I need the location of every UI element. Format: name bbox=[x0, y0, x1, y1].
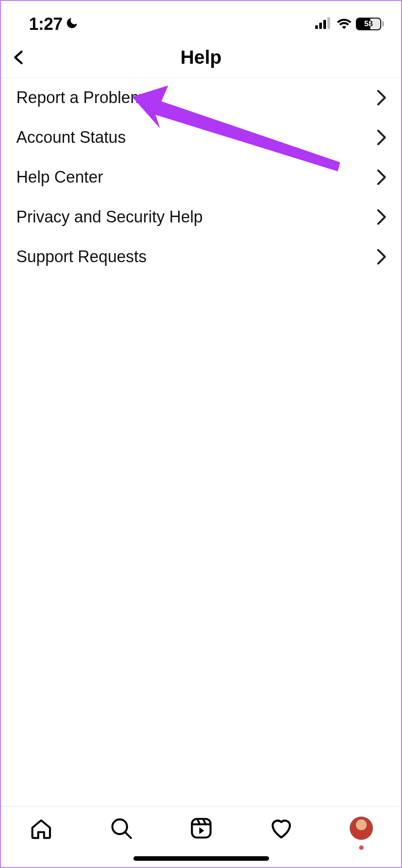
tab-profile[interactable] bbox=[343, 815, 379, 842]
do-not-disturb-icon bbox=[65, 14, 79, 34]
menu-item-privacy-security-help[interactable]: Privacy and Security Help bbox=[16, 197, 386, 237]
svg-line-6 bbox=[125, 833, 131, 838]
tab-reels[interactable] bbox=[183, 815, 219, 842]
menu-item-label: Report a Problem bbox=[16, 88, 144, 107]
cellular-signal-icon bbox=[315, 17, 332, 31]
profile-avatar bbox=[350, 816, 373, 840]
menu-item-report-a-problem[interactable]: Report a Problem bbox=[16, 78, 386, 118]
chevron-right-icon bbox=[377, 249, 386, 264]
menu-item-label: Support Requests bbox=[16, 247, 147, 266]
svg-rect-3 bbox=[327, 17, 330, 29]
battery-percent: 58 bbox=[357, 19, 380, 29]
status-time-block: 1:27 bbox=[29, 14, 79, 34]
notification-dot-icon bbox=[359, 845, 364, 850]
svg-rect-7 bbox=[192, 819, 210, 837]
menu-item-help-center[interactable]: Help Center bbox=[16, 157, 386, 197]
menu-item-label: Account Status bbox=[16, 128, 126, 147]
search-icon bbox=[109, 816, 133, 840]
tab-home[interactable] bbox=[23, 815, 59, 842]
wifi-icon bbox=[336, 17, 352, 31]
chevron-right-icon bbox=[377, 130, 386, 145]
chevron-right-icon bbox=[377, 170, 386, 185]
chevron-right-icon bbox=[377, 90, 386, 105]
page-title: Help bbox=[180, 47, 222, 68]
svg-rect-0 bbox=[315, 25, 318, 29]
svg-rect-1 bbox=[319, 23, 322, 29]
status-icons: 58 bbox=[315, 17, 384, 31]
tab-activity[interactable] bbox=[263, 815, 299, 842]
menu-item-label: Privacy and Security Help bbox=[16, 208, 203, 226]
heart-icon bbox=[269, 816, 293, 840]
back-button[interactable] bbox=[5, 44, 33, 71]
bottom-tab-bar bbox=[1, 806, 401, 867]
reels-icon bbox=[189, 816, 213, 840]
menu-item-label: Help Center bbox=[16, 168, 103, 187]
page-header: Help bbox=[1, 37, 401, 78]
tab-search[interactable] bbox=[103, 815, 139, 842]
menu-item-account-status[interactable]: Account Status bbox=[16, 118, 386, 157]
home-icon bbox=[29, 816, 53, 840]
svg-point-5 bbox=[112, 820, 127, 835]
chevron-right-icon bbox=[377, 209, 386, 225]
svg-rect-2 bbox=[323, 20, 326, 29]
chevron-left-icon bbox=[11, 47, 27, 68]
menu-item-support-requests[interactable]: Support Requests bbox=[16, 237, 386, 277]
status-bar: 1:27 58 bbox=[1, 1, 401, 37]
battery-icon: 58 bbox=[356, 18, 384, 30]
home-indicator bbox=[133, 856, 269, 861]
status-time: 1:27 bbox=[29, 14, 62, 34]
help-menu: Report a Problem Account Status Help Cen… bbox=[1, 78, 401, 277]
